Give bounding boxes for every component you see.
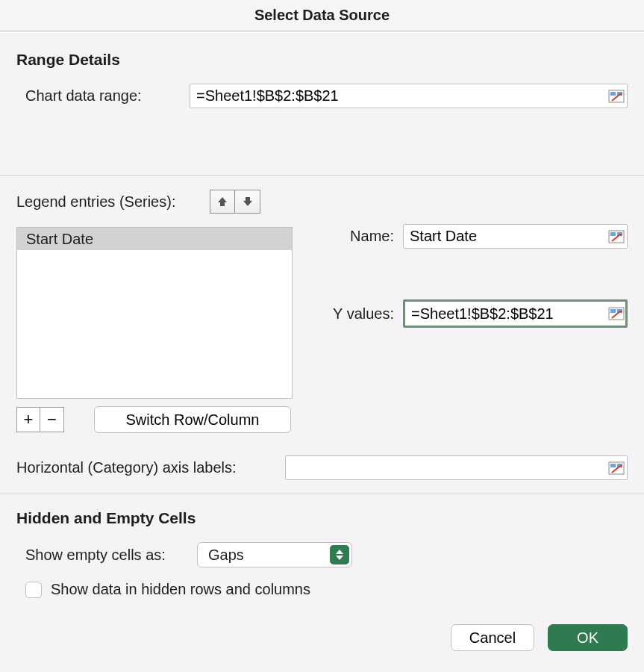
show-hidden-data-checkbox[interactable] bbox=[25, 582, 42, 598]
range-details-heading: Range Details bbox=[16, 51, 628, 69]
show-empty-select[interactable]: Gaps bbox=[197, 542, 352, 567]
move-up-button[interactable] bbox=[210, 190, 235, 214]
hidden-empty-section: Hidden and Empty Cells Show empty cells … bbox=[0, 494, 644, 598]
axis-labels-label: Horizontal (Category) axis labels: bbox=[16, 459, 285, 476]
svg-rect-1 bbox=[610, 92, 616, 96]
range-picker-icon[interactable] bbox=[608, 461, 625, 475]
chart-data-range-label: Chart data range: bbox=[16, 87, 190, 105]
move-down-button[interactable] bbox=[235, 190, 260, 214]
chart-data-range-input[interactable] bbox=[190, 84, 628, 108]
series-name-input[interactable] bbox=[403, 224, 628, 249]
svg-marker-5 bbox=[243, 197, 252, 206]
legend-entries-label: Legend entries (Series): bbox=[16, 193, 175, 211]
move-series-buttons bbox=[210, 190, 260, 214]
range-picker-icon[interactable] bbox=[608, 90, 625, 103]
range-picker-icon[interactable] bbox=[608, 307, 625, 320]
axis-labels-input[interactable] bbox=[285, 455, 628, 480]
svg-rect-15 bbox=[610, 464, 616, 467]
svg-rect-7 bbox=[610, 232, 616, 236]
footer-buttons: Cancel OK bbox=[451, 624, 628, 651]
y-values-label: Y values: bbox=[315, 305, 403, 323]
ok-button[interactable]: OK bbox=[548, 624, 628, 651]
remove-series-button[interactable]: − bbox=[40, 407, 64, 432]
add-series-button[interactable]: + bbox=[16, 407, 40, 432]
range-details-section: Range Details Chart data range: bbox=[0, 31, 644, 175]
show-hidden-data-label: Show data in hidden rows and columns bbox=[51, 581, 310, 598]
show-empty-label: Show empty cells as: bbox=[25, 547, 197, 564]
arrow-down-icon bbox=[243, 196, 253, 207]
arrow-up-icon bbox=[217, 196, 228, 207]
switch-row-column-button[interactable]: Switch Row/Column bbox=[94, 406, 291, 433]
y-values-input[interactable] bbox=[403, 299, 628, 328]
cancel-button[interactable]: Cancel bbox=[451, 624, 534, 651]
title-bar: Select Data Source bbox=[0, 0, 644, 31]
range-picker-icon[interactable] bbox=[608, 230, 625, 243]
series-listbox[interactable]: Start Date bbox=[16, 227, 293, 399]
series-item[interactable]: Start Date bbox=[17, 228, 292, 250]
hidden-empty-heading: Hidden and Empty Cells bbox=[16, 509, 628, 527]
svg-marker-4 bbox=[218, 197, 227, 206]
dialog-title: Select Data Source bbox=[254, 7, 390, 24]
svg-rect-11 bbox=[610, 309, 616, 313]
select-data-source-dialog: Select Data Source Range Details Chart d… bbox=[0, 0, 644, 672]
series-name-label: Name: bbox=[315, 228, 403, 245]
